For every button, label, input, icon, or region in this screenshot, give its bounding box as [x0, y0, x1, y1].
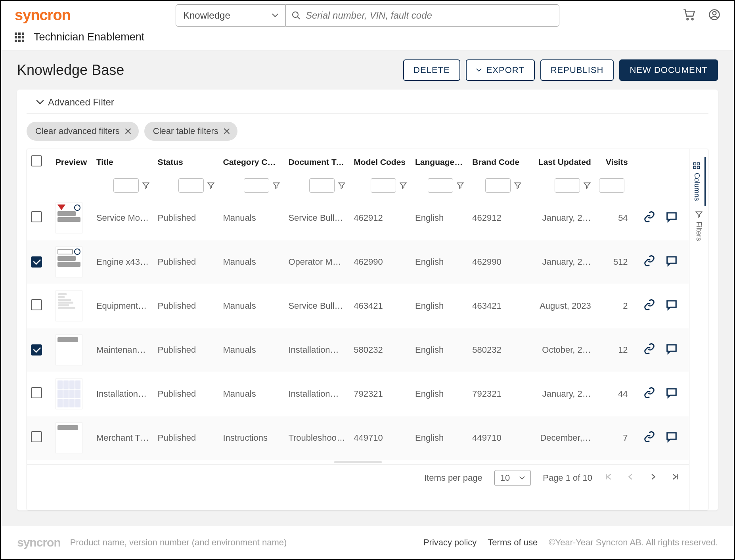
col-brand[interactable]: Brand Code — [468, 149, 525, 175]
filter-lang[interactable] — [428, 178, 453, 193]
search-scope-dropdown[interactable]: Knowledge — [176, 4, 286, 27]
filter-category[interactable] — [244, 178, 269, 193]
user-icon[interactable] — [708, 9, 720, 22]
table-row[interactable]: Installation…PublishedManualsInstallatio… — [27, 372, 689, 416]
select-all-checkbox[interactable] — [31, 155, 42, 166]
link-icon[interactable] — [643, 343, 655, 357]
apps-icon[interactable] — [15, 32, 24, 42]
cell-model: 462990 — [350, 240, 411, 284]
comment-icon[interactable] — [666, 431, 678, 445]
filter-icon[interactable] — [207, 182, 215, 189]
cell-updated: January, 2… — [526, 196, 595, 240]
comment-icon[interactable] — [666, 343, 678, 357]
table-row[interactable]: Service Mo…PublishedManualsService Bull…… — [27, 196, 689, 240]
filter-icon[interactable] — [583, 182, 591, 189]
items-per-page-select[interactable]: 10 — [494, 470, 531, 486]
link-icon[interactable] — [643, 211, 655, 225]
table-row[interactable]: Maintenan…PublishedManualsInstallation…5… — [27, 328, 689, 372]
filter-icon[interactable] — [142, 182, 150, 189]
col-model[interactable]: Model Codes — [350, 149, 411, 175]
filter-status[interactable] — [178, 178, 204, 193]
col-updated[interactable]: Last Updated — [526, 149, 595, 175]
col-title[interactable]: Title — [92, 149, 154, 175]
svg-point-0 — [293, 12, 298, 17]
terms-link[interactable]: Terms of use — [488, 537, 538, 548]
link-icon[interactable] — [643, 431, 655, 445]
cell-preview — [52, 328, 92, 372]
cell-preview — [52, 284, 92, 328]
clear-table-chip[interactable]: Clear table filters — [144, 122, 237, 141]
filter-icon[interactable] — [514, 182, 522, 189]
cell-title: Installation… — [92, 372, 154, 416]
svg-rect-12 — [694, 163, 696, 165]
filter-brand[interactable] — [485, 178, 511, 193]
table-row[interactable]: Equipment…PublishedManualsService Bull…4… — [27, 284, 689, 328]
col-preview[interactable]: Preview — [52, 149, 92, 175]
footer-logo: syncron — [17, 536, 61, 549]
cell-brand: 462990 — [468, 240, 525, 284]
drag-handle[interactable] — [27, 460, 689, 464]
delete-button[interactable]: DELETE — [403, 59, 460, 81]
rail-filters-label: Filters — [695, 222, 703, 241]
cell-visits: 512 — [595, 240, 632, 284]
row-checkbox[interactable] — [31, 211, 42, 222]
last-page-icon[interactable] — [671, 472, 679, 484]
table-row[interactable]: Engine x43…PublishedManualsOperator Ma…4… — [27, 240, 689, 284]
row-checkbox[interactable] — [31, 256, 42, 268]
cell-title: Engine x43… — [92, 240, 154, 284]
prev-page-icon[interactable] — [626, 472, 635, 484]
col-status[interactable]: Status — [154, 149, 219, 175]
cell-lang: English — [411, 372, 468, 416]
export-button[interactable]: EXPORT — [466, 59, 535, 81]
cell-doctype: Installation… — [284, 372, 350, 416]
first-page-icon[interactable] — [604, 472, 613, 484]
rail-columns-tab[interactable]: Columns — [693, 157, 706, 206]
cell-category: Manuals — [219, 196, 284, 240]
row-checkbox[interactable] — [31, 344, 42, 355]
cell-updated: January, 2… — [526, 372, 595, 416]
cell-model: 449710 — [350, 416, 411, 460]
republish-button[interactable]: REPUBLISH — [540, 59, 614, 81]
comment-icon[interactable] — [666, 211, 678, 225]
cart-icon[interactable] — [683, 9, 695, 22]
filter-icon[interactable] — [456, 182, 464, 189]
documents-table: Preview Title Status Category Code Docum… — [27, 149, 689, 460]
filter-model[interactable] — [371, 178, 396, 193]
rail-columns-label: Columns — [693, 173, 701, 201]
filter-icon[interactable] — [272, 182, 280, 189]
comment-icon[interactable] — [666, 255, 678, 269]
privacy-link[interactable]: Privacy policy — [423, 537, 477, 548]
cell-visits: 2 — [595, 284, 632, 328]
table-row[interactable]: Merchant T…PublishedInstructionsTroubles… — [27, 416, 689, 460]
cell-category: Instructions — [219, 416, 284, 460]
search-input[interactable] — [306, 5, 553, 26]
search-wrap: Knowledge — [176, 4, 559, 27]
col-doctype[interactable]: Document Type — [284, 149, 350, 175]
col-language[interactable]: Language… — [411, 149, 468, 175]
advanced-filter-toggle[interactable]: Advanced Filter — [27, 90, 708, 114]
col-category[interactable]: Category Code — [219, 149, 284, 175]
next-page-icon[interactable] — [649, 472, 657, 484]
row-checkbox[interactable] — [31, 299, 42, 310]
filter-icon[interactable] — [399, 182, 407, 189]
row-checkbox[interactable] — [31, 431, 42, 442]
rail-filters-tab[interactable]: Filters — [695, 206, 703, 246]
filter-updated[interactable] — [555, 178, 580, 193]
filter-icon[interactable] — [628, 182, 628, 189]
filter-title[interactable] — [113, 178, 139, 193]
clear-advanced-chip[interactable]: Clear advanced filters — [27, 122, 139, 141]
comment-icon[interactable] — [666, 387, 678, 401]
cell-actions — [632, 328, 689, 372]
comment-icon[interactable] — [666, 299, 678, 313]
link-icon[interactable] — [643, 387, 655, 401]
filter-visits[interactable] — [599, 178, 624, 193]
row-checkbox[interactable] — [31, 387, 42, 398]
top-bar: syncron Knowledge — [1, 1, 734, 28]
link-icon[interactable] — [643, 299, 655, 313]
link-icon[interactable] — [643, 255, 655, 269]
filter-icon[interactable] — [338, 182, 346, 189]
col-visits[interactable]: Visits — [595, 149, 632, 175]
filter-doctype[interactable] — [309, 178, 335, 193]
cell-model: 463421 — [350, 284, 411, 328]
new-document-button[interactable]: NEW DOCUMENT — [619, 59, 718, 81]
